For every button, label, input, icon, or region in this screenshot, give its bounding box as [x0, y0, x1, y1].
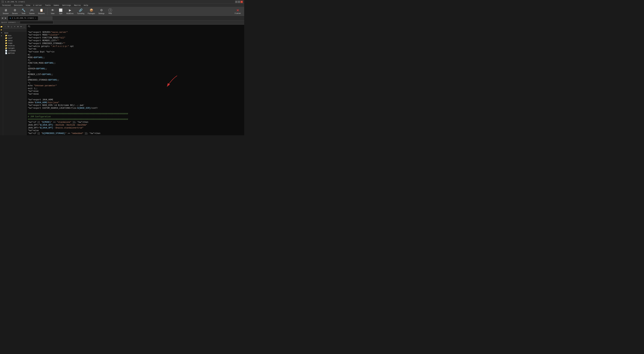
file-tree: Name 📁 bin 📁 conf 📁 data 📁 logs 📁 status — [3, 31, 26, 135]
toolbar-packages-button[interactable]: 📦 Packages — [86, 7, 96, 15]
tree-item-data-label: data — [8, 40, 12, 42]
main-layout: 📁 ▶ ★ ● ↑ ↻ ⌂ + ✕ ✏ … /home/nacos01/ Nam… — [0, 25, 244, 135]
toolbar-sep-1 — [48, 8, 48, 15]
toolbar-settings-button[interactable]: ⚙ Settings — [97, 7, 106, 15]
left-icon-strip: 📁 ▶ ★ ● — [0, 25, 3, 135]
sidebar-btn-edit[interactable]: ✏ — [20, 25, 22, 28]
sidebar-btn-delete[interactable]: ✕ — [16, 25, 19, 28]
packages-icon: 📦 — [90, 8, 94, 12]
toolbar-servers-button[interactable]: ⚙ Servers — [11, 7, 19, 15]
tree-item-license-label: LICENSE — [8, 50, 16, 52]
tree-item-target[interactable]: 📁 target — [3, 47, 26, 49]
close-button[interactable]: ✕ — [240, 1, 243, 3]
session-icon: 🖥 — [4, 8, 8, 12]
multiexec-icon: ▶ — [68, 8, 72, 12]
sidebar-path-input[interactable]: /home/nacos01/ — [4, 29, 26, 31]
folder-icon-logs: 📁 — [5, 42, 8, 44]
sidebar-btn-up[interactable]: ↑ — [4, 25, 6, 28]
tree-item-logs-label: logs — [8, 42, 12, 44]
tree-item-bin-label: bin — [8, 35, 12, 37]
toolbar-tools-button[interactable]: 🔧 Tools — [20, 7, 27, 15]
tree-item-license[interactable]: 📄 LICENSE — [3, 49, 26, 52]
toolbar-split-label: Split — [59, 12, 62, 14]
view-icon: 👁 — [51, 8, 55, 12]
games-icon: 🎮 — [30, 8, 34, 12]
settings-icon: ⚙ — [100, 8, 104, 12]
menu-view[interactable]: View — [24, 4, 32, 6]
toolbar-help-label: Help — [108, 12, 112, 14]
tab-close-button[interactable]: ✕ — [35, 17, 36, 19]
quick-connect-input[interactable] — [20, 21, 53, 24]
left-icon-monitor[interactable]: ● — [0, 34, 3, 37]
sidebar-btn-mkdir[interactable]: + — [13, 25, 16, 28]
toolbar-servers-label: Servers — [12, 12, 18, 14]
terminal-area[interactable]: fl "kw">export SERVER="nacos-server""kw"… — [26, 25, 244, 135]
menu-settings[interactable]: Settings — [61, 4, 72, 6]
session-tab[interactable]: ▶ 2 1.15.248.71 (root) ✕ — [8, 16, 38, 20]
left-icon-explore[interactable]: 📁 — [0, 25, 3, 28]
toolbar-tunneling-button[interactable]: 🔗 Tunneling — [76, 7, 86, 15]
tree-item-status[interactable]: 📁 status — [3, 44, 26, 47]
file-icon-license: 📄 — [5, 50, 8, 52]
tree-item-conf-label: conf — [8, 37, 12, 39]
tree-item-conf[interactable]: 📁 conf — [3, 37, 26, 39]
tab-bar: ◀ ▶ ▶ 2 1.15.248.71 (root) ✕ — [0, 16, 244, 20]
tree-item-data[interactable]: 📁 data — [3, 39, 26, 42]
title-bar: ⬛ 1.15.248.71 (root) ─ □ ✕ — [0, 0, 244, 4]
toolbar-view-button[interactable]: 👁 View — [49, 7, 56, 15]
tree-item-bin[interactable]: 📁 bin — [3, 34, 26, 37]
toolbar-multiexec-button[interactable]: ▶ MultiExec — [65, 7, 75, 15]
sessions-icon: 📋 — [40, 8, 44, 12]
xserver-button[interactable]: ✕ X server — [232, 8, 243, 15]
toolbar-split-button[interactable]: ⬜ Split — [57, 7, 64, 15]
tab-nav-right[interactable]: ▶ — [4, 16, 8, 20]
title-bar-text: 1.15.248.71 (root) — [5, 1, 25, 3]
left-icon-bookmark[interactable]: ★ — [0, 31, 3, 34]
title-bar-controls[interactable]: ─ □ ✕ — [235, 1, 243, 3]
tab-search-input[interactable] — [39, 16, 52, 20]
toolbar-multiexec-label: MultiExec — [66, 12, 74, 14]
sidebar-toolbar: ↑ ↻ ⌂ + ✕ ✏ … — [3, 25, 26, 29]
sidebar-path[interactable]: /home/nacos01/ — [3, 29, 26, 31]
file-icon-notice: 📄 — [5, 52, 8, 54]
quick-connect-bar: Quick connect... — [0, 20, 244, 24]
sidebar-btn-refresh[interactable]: ↻ — [7, 25, 10, 28]
folder-icon-target: 📁 — [5, 47, 8, 49]
terminal-content[interactable]: fl "kw">export SERVER="nacos-server""kw"… — [26, 25, 244, 135]
title-bar-left: ⬛ 1.15.248.71 (root) — [1, 0, 25, 3]
menu-terminal[interactable]: Terminal — [1, 4, 12, 6]
toolbar-session-button[interactable]: 🖥 Session — [1, 7, 10, 15]
menu-help[interactable]: Help — [82, 4, 90, 6]
servers-icon: ⚙ — [13, 8, 17, 12]
split-icon: ⬜ — [59, 8, 63, 12]
toolbar-tunneling-label: Tunneling — [77, 12, 84, 14]
sidebar-btn-home[interactable]: ⌂ — [10, 25, 13, 28]
tunneling-icon: 🔗 — [79, 8, 83, 12]
folder-icon-conf: 📁 — [5, 37, 8, 39]
tree-item-status-label: status — [8, 45, 15, 47]
tree-item-notice-label: NOTICE — [8, 52, 15, 54]
toolbar-session-label: Session — [3, 12, 9, 14]
toolbar-games-button[interactable]: 🎮 Games — [28, 7, 36, 15]
toolbar-help-button[interactable]: ? Help — [106, 8, 114, 15]
menu-tools[interactable]: Tools — [44, 4, 52, 6]
menu-bar: Terminal Sessions View X server Tools Ga… — [0, 4, 244, 7]
toolbar-sessions-button[interactable]: 📋 Sessions — [36, 7, 46, 15]
sidebar-btn-more[interactable]: … — [23, 25, 26, 28]
xserver-label: X server — [234, 12, 241, 14]
tab-nav-left[interactable]: ◀ — [1, 16, 4, 20]
menu-sessions[interactable]: Sessions — [12, 4, 24, 6]
tree-item-notice[interactable]: 📄 NOTICE — [3, 52, 26, 54]
help-icon: ? — [108, 8, 112, 12]
tree-item-target-label: target — [8, 47, 15, 49]
xserver-icon: ✕ — [236, 8, 239, 12]
menu-xserver[interactable]: X server — [32, 4, 44, 6]
toolbar: 🖥 Session ⚙ Servers 🔧 Tools 🎮 Games 📋 Se… — [0, 7, 244, 16]
app-icon: ⬛ — [1, 0, 4, 3]
left-icon-terminal[interactable]: ▶ — [0, 28, 3, 31]
tree-item-logs[interactable]: 📁 logs — [3, 42, 26, 44]
menu-games[interactable]: Games — [52, 4, 60, 6]
menu-macros[interactable]: Macros — [73, 4, 82, 6]
minimize-button[interactable]: ─ — [235, 1, 238, 3]
maximize-button[interactable]: □ — [238, 1, 240, 3]
